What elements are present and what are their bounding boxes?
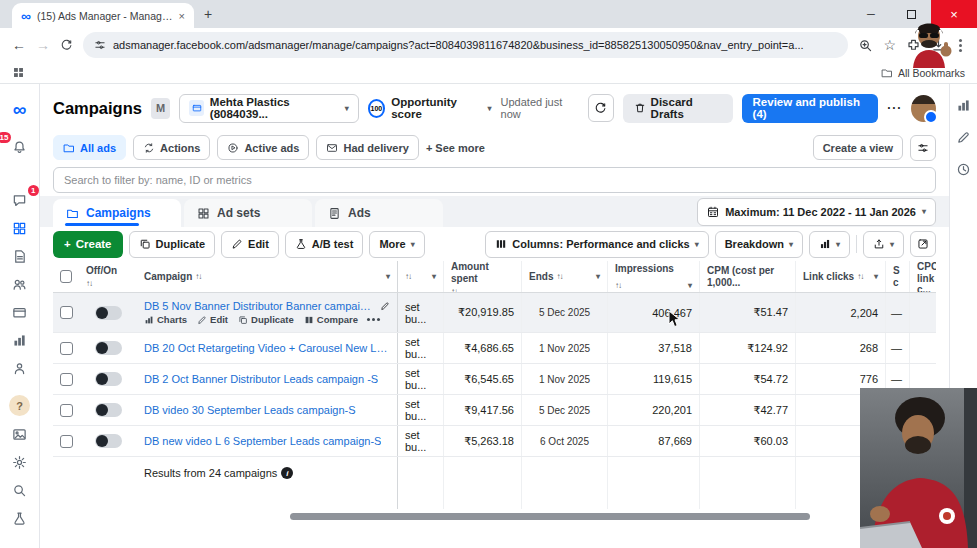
horizontal-scrollbar[interactable] xyxy=(290,513,810,520)
sidebar-item-billing[interactable] xyxy=(10,302,30,322)
edit-panel-icon[interactable] xyxy=(956,130,971,145)
header-cpm[interactable]: CPM (cost per 1,000... xyxy=(699,261,795,292)
opportunity-score-selector[interactable]: 100 Opportunity score ▾ xyxy=(368,96,492,120)
campaign-toggle[interactable] xyxy=(95,341,122,355)
see-more-button[interactable]: + See more xyxy=(426,142,485,154)
filter-chip-active-ads[interactable]: Active ads xyxy=(217,135,309,160)
campaign-toggle[interactable] xyxy=(95,434,122,448)
campaign-toggle[interactable] xyxy=(95,372,122,386)
tab-ads[interactable]: Ads xyxy=(315,199,443,227)
table-row[interactable]: DB 5 Nov Banner Distributor Banner campa… xyxy=(53,293,936,333)
campaign-link[interactable]: DB video 30 September Leads campaign-S xyxy=(144,404,356,416)
updates-icon[interactable]: 15 xyxy=(10,137,30,157)
header-link-clicks[interactable]: Link clicks↑↓ ▾ xyxy=(795,261,885,292)
new-tab-button[interactable]: + xyxy=(204,7,212,21)
address-bar[interactable]: adsmanager.facebook.com/adsmanager/manag… xyxy=(83,32,848,58)
header-budget-truncated[interactable]: ↑↓ ▾ xyxy=(397,261,443,292)
forward-icon[interactable]: → xyxy=(36,38,50,52)
sidebar-item-experiments[interactable] xyxy=(10,508,30,528)
insights-chart-icon[interactable] xyxy=(956,98,971,113)
edit-action[interactable]: Edit xyxy=(197,314,228,325)
browser-menu-icon[interactable] xyxy=(959,44,962,47)
site-settings-icon[interactable] xyxy=(94,39,106,51)
reload-icon[interactable] xyxy=(60,39,73,52)
columns-button[interactable]: Columns: Performance and clicks ▾ xyxy=(485,231,708,258)
header-cpc[interactable]: CPC link c... xyxy=(909,261,936,292)
header-truncated[interactable]: S c xyxy=(885,261,909,292)
apps-grid-icon[interactable] xyxy=(12,66,25,79)
row-checkbox[interactable] xyxy=(60,404,73,417)
charts-action[interactable]: Charts xyxy=(144,314,187,325)
table-row[interactable]: DB new video L 6 September Leads campaig… xyxy=(53,426,936,457)
create-button[interactable]: + Create xyxy=(53,231,123,258)
discard-drafts-button[interactable]: Discard Drafts xyxy=(623,94,733,123)
expand-button[interactable] xyxy=(910,231,936,257)
header-campaign[interactable]: Campaign↑↓ ▾ xyxy=(137,271,397,283)
sidebar-search-icon[interactable] xyxy=(10,480,30,500)
tab-close-icon[interactable]: × xyxy=(179,10,185,22)
ab-test-button[interactable]: A/B test xyxy=(285,231,364,258)
zoom-search-icon[interactable] xyxy=(858,38,873,53)
duplicate-action[interactable]: Duplicate xyxy=(238,314,294,325)
edit-name-icon[interactable] xyxy=(380,301,390,311)
duplicate-button[interactable]: Duplicate xyxy=(129,231,216,258)
more-options-button[interactable]: ··· xyxy=(887,101,902,115)
campaign-link[interactable]: DB new video L 6 September Leads campaig… xyxy=(144,435,381,447)
help-icon[interactable]: ? xyxy=(9,395,30,416)
review-publish-button[interactable]: Review and publish (4) xyxy=(742,94,879,123)
browser-tab[interactable]: ∞ (15) Ads Manager - Manage ad × xyxy=(12,3,194,28)
compare-action[interactable]: Compare xyxy=(304,314,358,325)
ad-account-selector[interactable]: Mehta Plastics (8084039... ▾ xyxy=(179,94,358,123)
tab-ad-sets[interactable]: Ad sets xyxy=(184,199,312,227)
row-checkbox[interactable] xyxy=(60,306,73,319)
edit-button[interactable]: Edit xyxy=(221,231,279,258)
charts-button[interactable]: ▾ xyxy=(809,231,850,258)
create-view-button[interactable]: Create a view xyxy=(813,135,903,160)
meta-logo[interactable]: ∞ xyxy=(10,100,30,120)
header-impressions[interactable]: Impressions↑↓ ▾ xyxy=(607,261,699,292)
filter-chip-had-delivery[interactable]: Had delivery xyxy=(316,135,418,160)
refresh-button[interactable] xyxy=(588,94,614,122)
sidebar-item-account[interactable] xyxy=(10,358,30,378)
info-icon[interactable]: i xyxy=(281,467,293,479)
search-input[interactable] xyxy=(53,167,936,193)
select-all-checkbox[interactable] xyxy=(60,270,72,283)
sidebar-item-campaigns[interactable] xyxy=(10,218,30,238)
bookmark-star-icon[interactable]: ☆ xyxy=(883,38,896,52)
campaign-link[interactable]: DB 2 Oct Banner Distributor Leads campai… xyxy=(144,373,378,385)
sidebar-item-audiences[interactable] xyxy=(10,274,30,294)
row-checkbox[interactable] xyxy=(60,373,73,386)
header-off-on[interactable]: Off/On↑↓ xyxy=(79,265,137,289)
profile-avatar[interactable] xyxy=(911,95,936,122)
sidebar-item-creative[interactable] xyxy=(10,424,30,444)
table-row[interactable]: DB 2 Oct Banner Distributor Leads campai… xyxy=(53,364,936,395)
table-row[interactable]: DB 20 Oct Retargeting Video + Carousel N… xyxy=(53,333,936,364)
row-checkbox[interactable] xyxy=(60,435,73,448)
campaign-toggle[interactable] xyxy=(95,403,122,417)
sidebar-item-account-overview[interactable] xyxy=(10,246,30,266)
date-range-selector[interactable]: Maximum: 11 Dec 2022 - 11 Jan 2026 ▾ xyxy=(697,198,936,226)
filter-chip-all-ads[interactable]: All ads xyxy=(53,135,126,160)
campaign-link[interactable]: DB 5 Nov Banner Distributor Banner campa… xyxy=(144,300,375,312)
row-checkbox[interactable] xyxy=(60,342,73,355)
all-bookmarks-button[interactable]: All Bookmarks xyxy=(881,67,965,79)
campaign-toggle[interactable] xyxy=(95,306,122,320)
tab-campaigns[interactable]: Campaigns xyxy=(53,199,181,227)
breakdown-button[interactable]: Breakdown ▾ xyxy=(715,231,803,258)
filter-chip-actions[interactable]: Actions xyxy=(133,135,210,160)
more-actions-icon[interactable] xyxy=(372,318,375,321)
campaign-link[interactable]: DB 20 Oct Retargeting Video + Carousel N… xyxy=(144,342,390,354)
table-row[interactable]: DB video 30 September Leads campaign-S s… xyxy=(53,395,936,426)
sidebar-item-reporting[interactable] xyxy=(10,330,30,350)
messages-icon[interactable]: 1 xyxy=(10,190,30,210)
export-button[interactable]: ▾ xyxy=(863,231,904,258)
settings-gear-icon[interactable] xyxy=(10,452,30,472)
more-button[interactable]: More ▾ xyxy=(369,231,424,258)
header-ends[interactable]: Ends↑↓ ▾ xyxy=(521,261,607,292)
window-minimize-button[interactable]: ─ xyxy=(851,0,891,28)
history-clock-icon[interactable] xyxy=(956,162,971,177)
back-icon[interactable]: ← xyxy=(12,38,26,52)
filter-settings-button[interactable] xyxy=(910,135,936,161)
header-amount-spent[interactable]: Amount spent↑↓ xyxy=(443,261,521,292)
business-badge[interactable]: M xyxy=(151,98,170,119)
